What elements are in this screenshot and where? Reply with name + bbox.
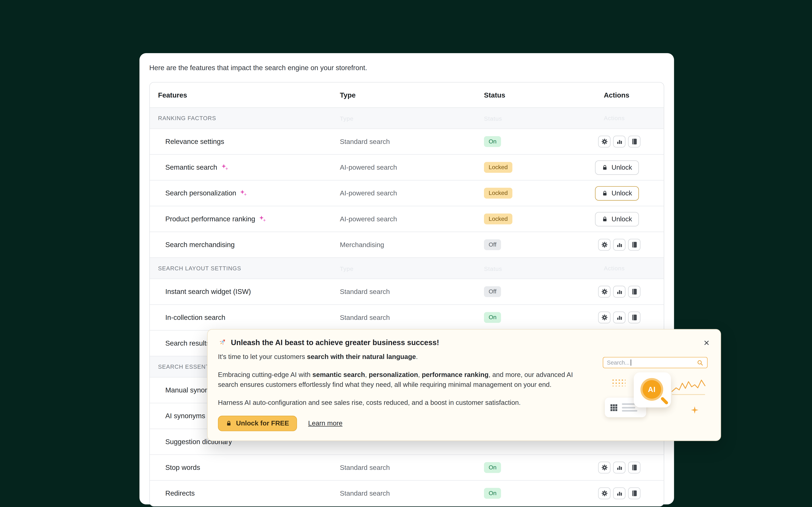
status-badge: Locked (484, 214, 512, 224)
status-badge: Off (484, 286, 501, 297)
unlock-button[interactable]: Unlock (595, 186, 639, 201)
ghost-type-label: Type (340, 265, 354, 272)
feature-name: Semantic search (165, 164, 217, 171)
feature-type: AI-powered search (340, 164, 484, 171)
screen: Here are the features that impact the se… (0, 0, 812, 507)
lock-icon (602, 216, 608, 222)
line-chart-decoration (671, 377, 705, 399)
status-badge: On (484, 462, 501, 473)
feature-type: Standard search (340, 314, 484, 321)
unlock-button[interactable]: Unlock (595, 212, 639, 226)
lock-icon (225, 420, 232, 427)
feature-name: Search personalization (165, 189, 236, 197)
status-badge: On (484, 136, 501, 147)
ghost-actions-label: Actions (604, 115, 625, 121)
dialog-title: Unleash the AI beast to achieve greater … (231, 338, 439, 346)
col-header-actions: Actions (595, 91, 664, 99)
feature-type: Standard search (340, 288, 484, 296)
analytics-button[interactable] (613, 487, 625, 499)
docs-button[interactable] (628, 136, 641, 148)
lock-icon (602, 190, 608, 196)
analytics-button[interactable] (613, 136, 625, 148)
settings-button[interactable] (598, 239, 610, 251)
status-badge: On (484, 312, 501, 323)
text-cursor (630, 359, 631, 366)
dialog-paragraph-2: Embracing cutting-edge AI with semantic … (218, 371, 586, 390)
ai-sparkles-icon (221, 164, 229, 171)
settings-button[interactable] (598, 286, 610, 297)
docs-button[interactable] (628, 312, 641, 324)
magnifier-handle (660, 397, 669, 405)
row-actions (598, 462, 641, 473)
illustration-search-input: Search... (603, 357, 708, 369)
settings-button[interactable] (598, 136, 610, 148)
status-badge: Locked (484, 162, 512, 173)
unlock-button-label: Unlock (611, 215, 632, 223)
analytics-button[interactable] (613, 462, 625, 473)
dot-grid-decoration (611, 379, 625, 386)
settings-button[interactable] (598, 487, 610, 499)
unlock-for-free-button[interactable]: Unlock for FREE (218, 415, 297, 431)
ai-sparkles-icon (240, 189, 248, 197)
feature-name: Search merchandising (165, 241, 235, 248)
search-icon (697, 359, 704, 366)
ghost-status-label: Status (484, 115, 502, 121)
sparkle-icon (691, 406, 699, 414)
ai-illustration: Search... AI (603, 355, 716, 434)
col-header-status: Status (484, 91, 595, 99)
feature-row-search-merchandising: Search merchandising Merchandising Off (150, 232, 664, 257)
row-actions (598, 487, 641, 499)
docs-button[interactable] (628, 239, 641, 251)
unlock-button[interactable]: Unlock (595, 160, 639, 175)
feature-name: Instant search widget (ISW) (165, 288, 251, 296)
ai-magnifier-icon: AI (641, 378, 663, 401)
ai-magnifier-card: AI (634, 372, 671, 407)
feature-name: Stop words (165, 464, 200, 471)
unlock-button-label: Unlock (611, 189, 632, 197)
col-header-type: Type (340, 91, 484, 99)
docs-button[interactable] (628, 462, 641, 473)
dialog-paragraph-1: It's time to let your customers search w… (218, 352, 586, 362)
ai-sparkles-icon (259, 215, 267, 223)
col-header-features: Features (150, 91, 340, 99)
ghost-status-label: Status (484, 265, 502, 272)
analytics-button[interactable] (613, 312, 625, 324)
feature-row-semantic-search: Semantic search AI-powered search Locked… (150, 154, 664, 180)
intro-text: Here are the features that impact the se… (149, 64, 367, 72)
settings-button[interactable] (598, 312, 610, 324)
row-actions (598, 239, 641, 251)
section-label: SEARCH LAYOUT SETTINGS (158, 265, 241, 271)
docs-button[interactable] (628, 487, 641, 499)
feature-row-stop-words: Stop words Standard search On (150, 454, 664, 480)
ghost-actions-label: Actions (604, 265, 625, 271)
learn-more-link[interactable]: Learn more (308, 419, 342, 427)
feature-row-relevance-settings: Relevance settings Standard search On (150, 128, 664, 154)
row-actions (598, 312, 641, 324)
feature-type: Standard search (340, 137, 484, 146)
feature-type: Merchandising (340, 241, 484, 248)
analytics-button[interactable] (613, 286, 625, 297)
feature-name: Product performance ranking (165, 215, 255, 223)
status-badge: Off (484, 239, 501, 250)
analytics-button[interactable] (613, 239, 625, 251)
rocket-icon (218, 338, 227, 347)
settings-button[interactable] (598, 462, 610, 473)
grid-icon (610, 403, 618, 411)
docs-button[interactable] (628, 286, 641, 297)
ai-upsell-dialog: × Unleash the AI beast to achieve greate… (207, 329, 721, 441)
feature-name: AI synonyms (165, 412, 205, 420)
section-label: RANKING FACTORS (158, 115, 216, 121)
dialog-paragraph-3: Harness AI auto-configuration and see sa… (218, 398, 586, 408)
row-actions (598, 136, 641, 148)
close-icon[interactable]: × (700, 336, 713, 349)
feature-row-instant-search-widget: Instant search widget (ISW) Standard sea… (150, 279, 664, 304)
feature-name: Relevance settings (165, 137, 224, 146)
section-row-ranking-factors: RANKING FACTORS Type Status Actions (150, 107, 664, 128)
unlock-button-label: Unlock (611, 164, 632, 171)
feature-name: Redirects (165, 490, 195, 497)
dialog-body: It's time to let your customers search w… (218, 352, 586, 408)
feature-type: AI-powered search (340, 189, 484, 197)
feature-row-search-personalization: Search personalization AI-powered search… (150, 180, 664, 206)
status-badge: Locked (484, 188, 512, 199)
feature-row-in-collection-search: In-collection search Standard search On (150, 304, 664, 330)
